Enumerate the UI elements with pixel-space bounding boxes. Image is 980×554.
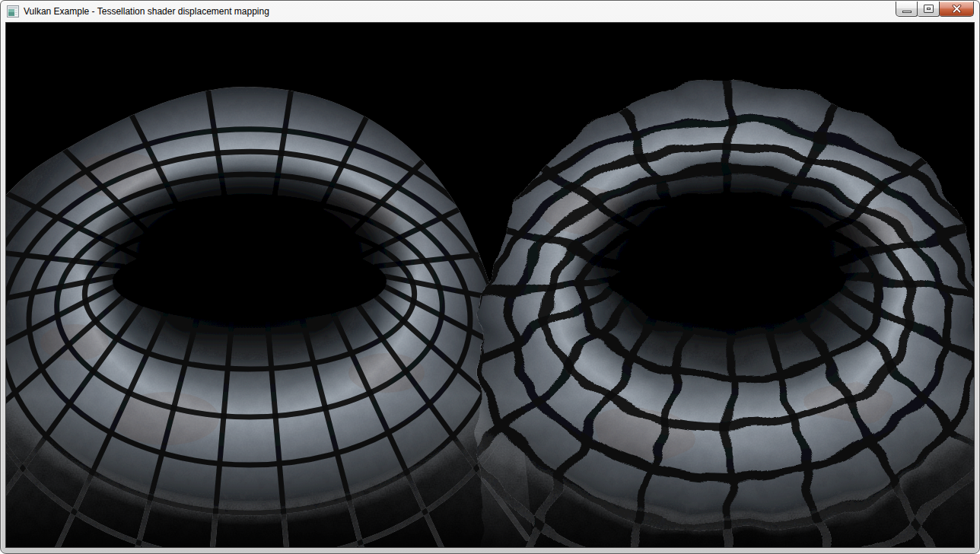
render-viewport[interactable] (5, 22, 975, 548)
window-title: Vulkan Example - Tessellation shader dis… (24, 6, 269, 17)
close-button[interactable] (940, 2, 974, 17)
app-icon (7, 5, 19, 18)
window-controls (896, 2, 974, 17)
app-window: Vulkan Example - Tessellation shader dis… (0, 0, 980, 554)
render-canvas (6, 23, 974, 547)
maximize-button[interactable] (918, 2, 940, 17)
close-icon (952, 5, 962, 13)
maximize-icon (924, 5, 934, 13)
minimize-button[interactable] (896, 2, 918, 17)
minimize-icon (902, 11, 912, 13)
window-titlebar[interactable]: Vulkan Example - Tessellation shader dis… (2, 2, 978, 21)
